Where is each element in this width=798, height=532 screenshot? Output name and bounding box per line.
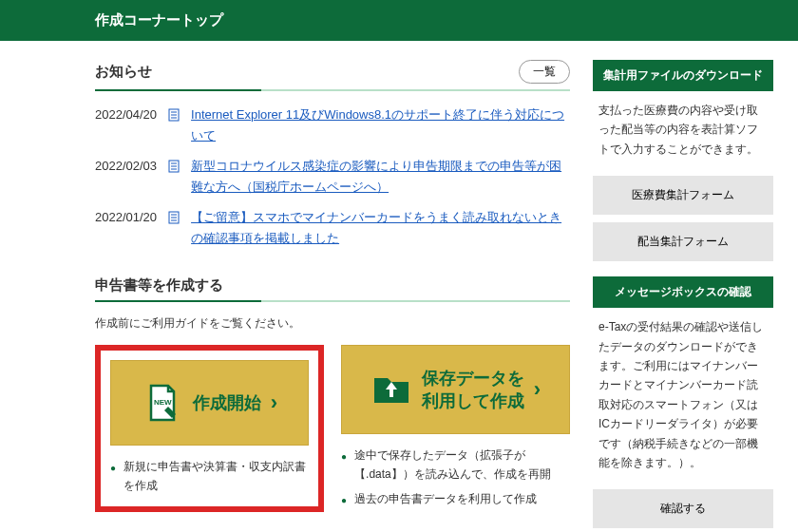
sidebar-download: 集計用ファイルのダウンロード 支払った医療費の内容や受け取った配当等の内容を表計…	[593, 60, 773, 261]
chevron-right-icon: ›	[271, 390, 277, 415]
create-new-label: 作成開始	[193, 391, 261, 414]
sidebar-msgbox: メッセージボックスの確認 e-Taxの受付結果の確認や送信したデータのダウンロー…	[593, 276, 773, 528]
list-item: ●新規に申告書や決算書・収支内訳書を作成	[110, 457, 309, 496]
dividend-form-button[interactable]: 配当集計フォーム	[593, 222, 773, 261]
button-columns: NEW 作成開始 › ●新規に申告書や決算書・収支内訳書を作成 保存データを 利…	[95, 345, 570, 521]
list-item: ●途中で保存したデータ（拡張子が【.data】）を読み込んで、作成を再開	[341, 446, 570, 484]
notice-list: 2022/04/20Internet Explorer 11及びWindows8…	[95, 104, 570, 250]
notice-link[interactable]: 新型コロナウイルス感染症の影響により申告期限までの申告等が困難な方へ（国税庁ホー…	[191, 156, 570, 198]
list-item: ●過去の申告書データを利用して作成	[341, 489, 570, 508]
bullet-text: 途中で保存したデータ（拡張子が【.data】）を読み込んで、作成を再開	[354, 446, 570, 484]
sidebar-download-body: 支払った医療費の内容や受け取った配当等の内容を表計算ソフトで入力することができま…	[593, 91, 773, 168]
new-file-icon: NEW	[142, 382, 183, 424]
bullet-icon: ●	[341, 448, 347, 484]
notice-row: 2022/01/20【ご留意】スマホでマイナンバーカードをうまく読み取れないとき…	[95, 207, 570, 249]
notice-link[interactable]: Internet Explorer 11及びWindows8.1のサポート終了に…	[191, 104, 570, 146]
main-column: お知らせ 一覧 2022/04/20Internet Explorer 11及び…	[95, 60, 570, 532]
highlight-box: NEW 作成開始 › ●新規に申告書や決算書・収支内訳書を作成	[95, 345, 324, 513]
new-column: NEW 作成開始 › ●新規に申告書や決算書・収支内訳書を作成	[95, 345, 324, 521]
confirm-button[interactable]: 確認する	[593, 489, 773, 528]
notice-heading: お知らせ	[95, 63, 152, 81]
svg-text:NEW: NEW	[154, 398, 172, 407]
notice-date: 2022/02/03	[95, 156, 157, 198]
load-column: 保存データを 利用して作成 › ●途中で保存したデータ（拡張子が【.data】）…	[341, 345, 570, 521]
bullet-text: 過去の申告書データを利用して作成	[354, 489, 537, 508]
notice-list-button[interactable]: 一覧	[519, 60, 570, 84]
divider	[95, 300, 570, 302]
bullet-icon: ●	[341, 492, 347, 508]
chevron-right-icon: ›	[534, 377, 541, 402]
document-icon	[168, 159, 180, 172]
document-icon	[168, 107, 180, 121]
sidebar: 集計用ファイルのダウンロード 支払った医療費の内容や受け取った配当等の内容を表計…	[593, 60, 773, 532]
folder-upload-icon	[370, 369, 412, 410]
bullet-icon: ●	[110, 460, 116, 496]
main-container: お知らせ 一覧 2022/04/20Internet Explorer 11及び…	[0, 41, 798, 532]
sidebar-msgbox-title: メッセージボックスの確認	[593, 276, 773, 308]
create-heading: 申告書等を作成する	[95, 276, 570, 294]
page-title: 作成コーナートップ	[95, 11, 223, 28]
sidebar-msgbox-body: e-Taxの受付結果の確認や送信したデータのダウンロードができます。ご利用にはマ…	[593, 308, 773, 482]
page-header: 作成コーナートップ	[0, 0, 798, 41]
notice-date: 2022/01/20	[95, 207, 157, 249]
notice-link[interactable]: 【ご留意】スマホでマイナンバーカードをうまく読み取れないときの確認事項を掲載しま…	[191, 207, 570, 249]
notice-date: 2022/04/20	[95, 104, 157, 146]
new-bullets: ●新規に申告書や決算書・収支内訳書を作成	[110, 457, 309, 496]
load-data-button[interactable]: 保存データを 利用して作成 ›	[341, 345, 570, 434]
notice-header: お知らせ 一覧	[95, 60, 570, 84]
document-icon	[168, 210, 180, 223]
divider	[95, 89, 570, 91]
notice-row: 2022/02/03新型コロナウイルス感染症の影響により申告期限までの申告等が困…	[95, 156, 570, 198]
medical-form-button[interactable]: 医療費集計フォーム	[593, 176, 773, 215]
notice-row: 2022/04/20Internet Explorer 11及びWindows8…	[95, 104, 570, 146]
load-data-label: 保存データを 利用して作成	[422, 367, 524, 412]
guide-text: 作成前にご利用ガイドをご覧ください。	[95, 315, 570, 332]
create-new-button[interactable]: NEW 作成開始 ›	[110, 360, 309, 446]
bullet-text: 新規に申告書や決算書・収支内訳書を作成	[124, 457, 309, 496]
load-bullets: ●途中で保存したデータ（拡張子が【.data】）を読み込んで、作成を再開●過去の…	[341, 446, 570, 509]
sidebar-download-title: 集計用ファイルのダウンロード	[593, 60, 773, 91]
